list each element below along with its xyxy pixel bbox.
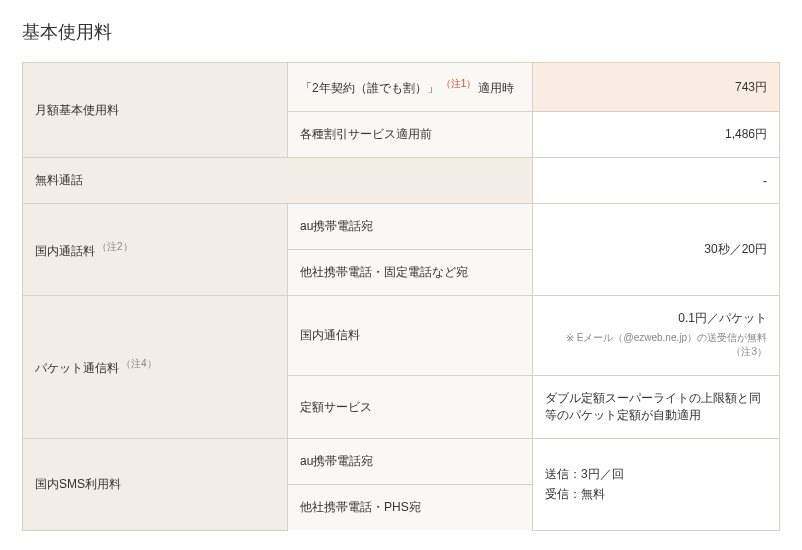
sub-header-domestic-data: 国内通信料 — [288, 296, 533, 376]
value-subline: ※ Eメール（@ezweb.ne.jp）の送受信が無料（注3） — [545, 331, 767, 361]
note-3: （注3） — [731, 346, 767, 357]
value-packet-flat: ダブル定額スーパーライトの上限額と同等のパケット定額が自動適用 — [533, 376, 780, 439]
note-1: （注1） — [441, 78, 477, 89]
value-text: 0.1円／パケット — [678, 311, 767, 325]
row-header-freecall: 無料通話 — [23, 158, 533, 204]
sub-header-contract2yr: 「2年契約（誰でも割）」（注1）適用時 — [288, 63, 533, 112]
sub-header-sms-au: au携帯電話宛 — [288, 439, 533, 485]
table-row: 無料通話 - — [23, 158, 780, 204]
label-text: 「2年契約（誰でも割）」 — [300, 81, 439, 95]
value-domestic-call: 30秒／20円 — [533, 204, 780, 296]
sub-header-flat-rate: 定額サービス — [288, 376, 533, 439]
row-header-packet: パケット通信料（注4） — [23, 296, 288, 439]
label-text: 国内通話料 — [35, 244, 95, 258]
subline-text: ※ Eメール（@ezweb.ne.jp）の送受信が無料 — [566, 332, 767, 343]
note-4: （注4） — [121, 358, 157, 369]
table-row: 国内通話料（注2） au携帯電話宛 30秒／20円 — [23, 204, 780, 250]
sub-header-before-discount: 各種割引サービス適用前 — [288, 112, 533, 158]
value-line: 受信：無料 — [545, 485, 767, 504]
fee-table: 月額基本使用料 「2年契約（誰でも割）」（注1）適用時 743円 各種割引サービ… — [22, 62, 780, 531]
value-line: 送信：3円／回 — [545, 465, 767, 484]
table-row: 国内SMS利用料 au携帯電話宛 送信：3円／回 受信：無料 — [23, 439, 780, 485]
page-title: 基本使用料 — [22, 20, 780, 44]
sub-header-au-mobile: au携帯電話宛 — [288, 204, 533, 250]
value-monthly-regular: 1,486円 — [533, 112, 780, 158]
sub-header-sms-other: 他社携帯電話・PHS宛 — [288, 485, 533, 531]
sub-header-other-mobile: 他社携帯電話・固定電話など宛 — [288, 250, 533, 296]
value-freecall: - — [533, 158, 780, 204]
table-row: パケット通信料（注4） 国内通信料 0.1円／パケット ※ Eメール（@ezwe… — [23, 296, 780, 376]
value-packet-domestic: 0.1円／パケット ※ Eメール（@ezweb.ne.jp）の送受信が無料（注3… — [533, 296, 780, 376]
value-sms: 送信：3円／回 受信：無料 — [533, 439, 780, 531]
row-header-sms: 国内SMS利用料 — [23, 439, 288, 531]
row-header-domestic-call: 国内通話料（注2） — [23, 204, 288, 296]
row-header-monthly: 月額基本使用料 — [23, 63, 288, 158]
table-row: 月額基本使用料 「2年契約（誰でも割）」（注1）適用時 743円 — [23, 63, 780, 112]
note-2: （注2） — [97, 241, 133, 252]
label-text: パケット通信料 — [35, 361, 119, 375]
value-monthly-discounted: 743円 — [533, 63, 780, 112]
label-text: 適用時 — [478, 81, 514, 95]
